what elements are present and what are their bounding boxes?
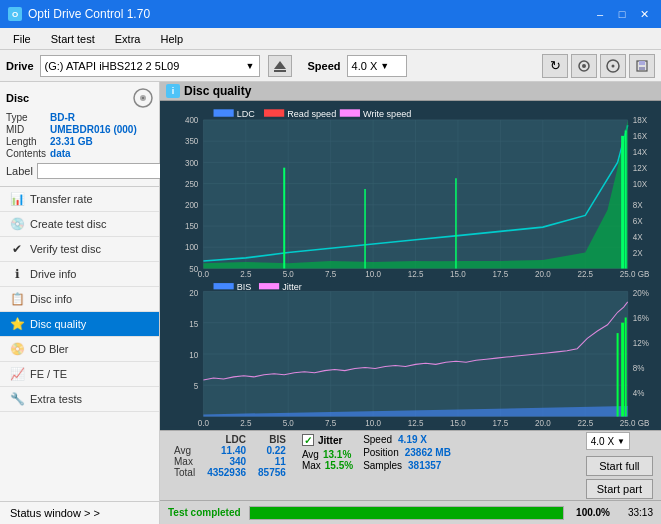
svg-text:Read speed: Read speed	[287, 109, 336, 119]
svg-text:16%: 16%	[633, 314, 649, 323]
jitter-avg: 13.1%	[323, 449, 351, 460]
svg-text:15.0: 15.0	[450, 270, 466, 279]
mid-value: UMEBDR016 (000)	[50, 124, 153, 135]
svg-text:250: 250	[185, 180, 199, 189]
jitter-checkbox[interactable]: ✓	[302, 434, 314, 446]
bis-avg: 0.22	[252, 445, 292, 456]
ldc-total: 4352936	[201, 467, 252, 478]
verify-test-disc-icon: ✔	[10, 242, 24, 256]
nav-verify-test-disc-label: Verify test disc	[30, 243, 101, 255]
title-bar-controls: – □ ✕	[591, 6, 653, 22]
disc-quality-header: i Disc quality	[160, 82, 661, 101]
mid-label: MID	[6, 124, 46, 135]
menu-extra[interactable]: Extra	[106, 30, 150, 48]
nav-create-test-disc[interactable]: 💿 Create test disc	[0, 212, 159, 237]
svg-text:10.0: 10.0	[365, 419, 381, 427]
svg-text:Jitter: Jitter	[282, 282, 302, 292]
menu-file[interactable]: File	[4, 30, 40, 48]
svg-text:18X: 18X	[633, 116, 648, 125]
disc-icon	[133, 88, 153, 108]
svg-text:GB: GB	[638, 419, 650, 427]
svg-text:15: 15	[189, 320, 198, 329]
start-full-button[interactable]: Start full	[586, 456, 653, 476]
refresh-button[interactable]: ↻	[542, 54, 568, 78]
disc-label-row: Label 🔍	[6, 162, 153, 180]
svg-point-11	[142, 97, 144, 99]
disc-info-icon: 📋	[10, 292, 24, 306]
svg-point-5	[612, 64, 615, 67]
config-button[interactable]	[571, 54, 597, 78]
avg-row-label: Avg	[168, 445, 201, 456]
top-chart: LDC Read speed Write speed	[163, 104, 658, 279]
speed-label: Speed	[308, 60, 341, 72]
svg-text:0.0: 0.0	[198, 419, 210, 427]
svg-text:12.5: 12.5	[408, 419, 424, 427]
title-bar-left: O Opti Drive Control 1.70	[8, 7, 150, 21]
nav-cd-bler-label: CD Bler	[30, 343, 69, 355]
status-window-button[interactable]: Status window > >	[0, 502, 159, 524]
svg-text:20: 20	[189, 289, 198, 298]
speed-dropdown-row: 4.0 X ▼	[586, 432, 653, 450]
svg-text:16X: 16X	[633, 132, 648, 141]
svg-rect-78	[259, 283, 279, 289]
type-value: BD-R	[50, 112, 153, 123]
disc-label-input[interactable]	[37, 163, 170, 179]
svg-text:25.0: 25.0	[620, 270, 636, 279]
svg-text:4%: 4%	[633, 389, 645, 398]
save-button[interactable]	[629, 54, 655, 78]
contents-label: Contents	[6, 148, 46, 159]
bis-col-header: BIS	[252, 434, 292, 445]
disc-button[interactable]	[600, 54, 626, 78]
type-label: Type	[6, 112, 46, 123]
nav-fe-te-label: FE / TE	[30, 368, 67, 380]
content-area: i Disc quality LDC Read speed	[160, 82, 661, 524]
svg-rect-7	[639, 61, 645, 65]
nav-verify-test-disc[interactable]: ✔ Verify test disc	[0, 237, 159, 262]
svg-text:14X: 14X	[633, 148, 648, 157]
start-part-button[interactable]: Start part	[586, 479, 653, 499]
drive-dropdown-arrow: ▼	[246, 61, 255, 71]
nav-disc-quality[interactable]: ⭐ Disc quality	[0, 312, 159, 337]
minimize-button[interactable]: –	[591, 6, 609, 22]
speed-dropdown-value: 4.0 X	[591, 436, 614, 447]
svg-rect-14	[214, 109, 234, 116]
svg-rect-18	[340, 109, 360, 116]
total-row-label: Total	[168, 467, 201, 478]
svg-text:GB: GB	[638, 270, 650, 279]
svg-text:6X: 6X	[633, 217, 643, 226]
nav-drive-info[interactable]: ℹ Drive info	[0, 262, 159, 287]
nav-cd-bler[interactable]: 📀 CD Bler	[0, 337, 159, 362]
drive-bar: Drive (G:) ATAPI iHBS212 2 5L09 ▼ Speed …	[0, 50, 661, 82]
drive-label: Drive	[6, 60, 34, 72]
close-button[interactable]: ✕	[635, 6, 653, 22]
disc-info-grid: Type BD-R MID UMEBDR016 (000) Length 23.…	[6, 112, 153, 159]
maximize-button[interactable]: □	[613, 6, 631, 22]
nav-fe-te[interactable]: 📈 FE / TE	[0, 362, 159, 387]
extra-tests-icon: 🔧	[10, 392, 24, 406]
speed-position-section: Speed 4.19 X Position 23862 MB Samples 3…	[363, 434, 451, 471]
svg-text:2.5: 2.5	[240, 419, 252, 427]
nav-disc-info-label: Disc info	[30, 293, 72, 305]
svg-text:22.5: 22.5	[577, 270, 593, 279]
sidebar: Disc Type BD-R MID UMEBDR016 (000) Lengt…	[0, 82, 160, 524]
nav-extra-tests[interactable]: 🔧 Extra tests	[0, 387, 159, 412]
jitter-avg-label: Avg	[302, 449, 319, 460]
drive-eject-button[interactable]	[268, 55, 292, 77]
svg-rect-76	[214, 283, 234, 289]
menu-help[interactable]: Help	[151, 30, 192, 48]
disc-section: Disc Type BD-R MID UMEBDR016 (000) Lengt…	[0, 82, 159, 187]
svg-text:17.5: 17.5	[493, 270, 509, 279]
nav-disc-info[interactable]: 📋 Disc info	[0, 287, 159, 312]
speed-select[interactable]: 4.0 X ▼	[347, 55, 407, 77]
bottom-chart-svg: BIS Jitter	[163, 281, 658, 427]
menu-start-test[interactable]: Start test	[42, 30, 104, 48]
speed-dropdown[interactable]: 4.0 X ▼	[586, 432, 630, 450]
nav-transfer-rate[interactable]: 📊 Transfer rate	[0, 187, 159, 212]
label-label: Label	[6, 165, 33, 177]
svg-text:12%: 12%	[633, 339, 649, 348]
length-label: Length	[6, 136, 46, 147]
drive-select[interactable]: (G:) ATAPI iHBS212 2 5L09 ▼	[40, 55, 260, 77]
svg-text:8%: 8%	[633, 364, 645, 373]
svg-marker-0	[274, 61, 286, 69]
ldc-max: 340	[201, 456, 252, 467]
